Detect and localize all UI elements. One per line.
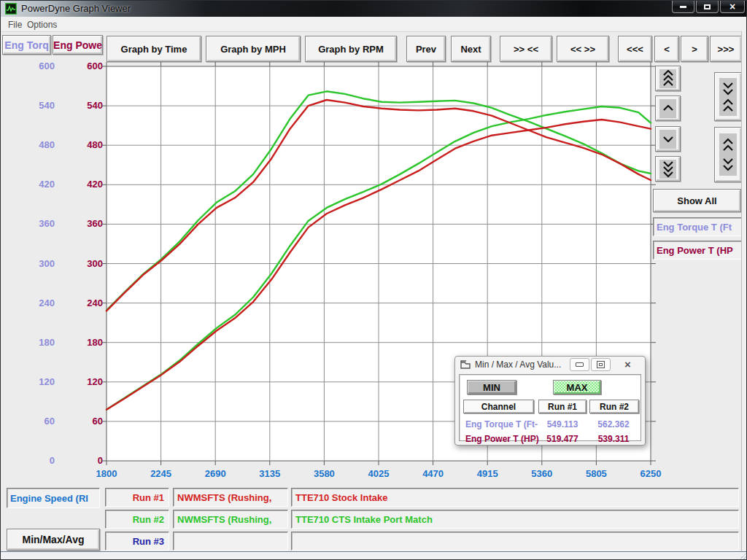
power-axis-tick-0: 0	[61, 455, 103, 467]
menu-bar: File Options	[1, 17, 747, 32]
scroll-up-button[interactable]	[655, 96, 681, 121]
maximize-icon	[704, 4, 711, 9]
chevron-down-icon	[659, 130, 676, 149]
run1-label-box: Run #1	[105, 488, 169, 507]
run1-column-header[interactable]: Run #1	[538, 400, 587, 413]
rpm-axis-tick-5805: 5805	[573, 468, 619, 480]
torque-axis-tick-0: 0	[12, 455, 55, 467]
torque-run1-max: 549.113	[538, 419, 587, 429]
power-run2-max: 539.311	[589, 434, 638, 444]
channel-column-header[interactable]: Channel	[463, 400, 534, 413]
zoom-out-vertical-button[interactable]	[714, 127, 742, 182]
minmax-close-button[interactable]: ×	[618, 358, 638, 371]
torque-axis-tick-180: 180	[12, 337, 55, 349]
zoom-out-x-button[interactable]: << >>	[557, 36, 609, 62]
run2-description-box: TTE710 CTS Intake Port Match	[291, 510, 739, 529]
minimize-button[interactable]	[672, 1, 694, 13]
rpm-axis-tick-3580: 3580	[301, 468, 347, 480]
zoom-in-x-button[interactable]: >> <<	[500, 36, 552, 62]
power-axis-tick-420: 420	[61, 179, 103, 190]
torque-axis-tick-240: 240	[12, 298, 55, 309]
graph-by-mph-button[interactable]: Graph by MPH	[206, 36, 301, 62]
power-axis-tick-300: 300	[61, 258, 103, 270]
power-channel-button[interactable]: Eng Powe	[53, 35, 103, 55]
power-axis-tick-180: 180	[61, 337, 103, 349]
window-bottom-border	[1, 551, 747, 560]
graph-by-time-button[interactable]: Graph by Time	[107, 36, 201, 62]
rpm-axis-tick-5360: 5360	[519, 468, 565, 480]
run2-file-box: NWMSFTS (Rushing,	[173, 510, 288, 529]
power-legend-box[interactable]: Eng Power T (HP	[653, 241, 746, 260]
scroll-right-fast-button[interactable]: >>>	[710, 36, 742, 62]
window-title: PowerDyne Graph Viewer	[21, 3, 131, 14]
graph-by-rpm-button[interactable]: Graph by RPM	[305, 36, 397, 62]
minmax-title-bar[interactable]: Min / Max / Avg Valu... ×	[455, 357, 645, 373]
rpm-axis-tick-4915: 4915	[464, 468, 511, 480]
torque-run2-max: 562.362	[589, 419, 638, 429]
power-axis-tick-540: 540	[61, 100, 103, 112]
run3-file-box	[173, 532, 288, 551]
power-axis-tick-240: 240	[61, 298, 103, 309]
minmax-minimize-button[interactable]	[570, 358, 589, 371]
torque-axis-tick-300: 300	[12, 258, 55, 270]
close-button[interactable]: ×	[720, 1, 745, 13]
rpm-axis-tick-6250: 6250	[627, 468, 674, 480]
chevron-up-icon	[659, 99, 676, 118]
power-axis-tick-120: 120	[61, 376, 103, 388]
show-all-button[interactable]: Show All	[653, 189, 741, 212]
rpm-axis-tick-4470: 4470	[410, 468, 457, 480]
torque-axis-tick-420: 420	[12, 179, 55, 190]
rpm-axis-tick-1800: 1800	[83, 468, 130, 480]
run1-description-box: TTE710 Stock Intake	[291, 488, 739, 507]
minmax-window[interactable]: Min / Max / Avg Valu... × MIN MAX Channe…	[454, 356, 646, 446]
torque-axis-tick-600: 600	[12, 61, 55, 72]
torque-axis-tick-120: 120	[12, 376, 55, 388]
scroll-up-fast-button[interactable]	[655, 66, 681, 91]
zoom-in-vertical-button[interactable]	[714, 72, 742, 121]
title-bar[interactable]: PowerDyne Graph Viewer ×	[1, 1, 747, 17]
run2-column-header[interactable]: Run #2	[589, 400, 639, 413]
torque-axis-tick-540: 540	[12, 100, 55, 112]
power-axis-tick-600: 600	[61, 61, 103, 72]
next-button[interactable]: Next	[451, 36, 491, 62]
close-icon: ×	[624, 360, 631, 369]
scroll-left-fast-button[interactable]: <<<	[618, 36, 652, 62]
window-right-border	[741, 31, 747, 551]
maximize-button[interactable]	[696, 1, 719, 13]
chevrons-diverge-icon	[719, 133, 737, 176]
power-axis-tick-480: 480	[61, 139, 103, 151]
resize-grip[interactable]	[738, 552, 747, 560]
minmax-body: MIN MAX Channel Run #1 Run #2 Eng Torque…	[459, 374, 641, 441]
chevrons-down-triple-icon	[659, 160, 676, 179]
power-axis-tick-360: 360	[61, 218, 103, 230]
x-channel-box[interactable]: Engine Speed (RI	[7, 488, 100, 508]
close-icon: ×	[729, 3, 735, 10]
power-run1-max: 519.477	[538, 434, 587, 444]
minimize-icon	[576, 362, 584, 367]
scroll-down-fast-button[interactable]	[655, 156, 681, 182]
power-axis-tick-60: 60	[61, 416, 103, 427]
max-toggle-button[interactable]: MAX	[553, 380, 601, 394]
menu-options[interactable]: Options	[23, 18, 61, 31]
run3-label-box: Run #3	[105, 532, 169, 551]
torque-legend-box[interactable]: Eng Torque T (Ft	[653, 217, 746, 236]
scroll-right-button[interactable]: >	[681, 36, 708, 62]
run1-file-box: NWMSFTS (Rushing,	[173, 488, 288, 507]
chevrons-converge-icon	[719, 78, 737, 116]
rpm-axis-tick-2690: 2690	[192, 468, 239, 480]
torque-axis-tick-360: 360	[12, 218, 55, 230]
prev-button[interactable]: Prev	[406, 36, 446, 62]
min-toggle-button[interactable]: MIN	[467, 380, 516, 394]
min-max-avg-button[interactable]: Min/Max/Avg	[7, 529, 100, 551]
torque-channel-button[interactable]: Eng Torq	[2, 35, 51, 55]
scroll-down-button[interactable]	[655, 126, 681, 152]
torque-axis-tick-60: 60	[12, 416, 55, 427]
rpm-axis-tick-3135: 3135	[247, 468, 293, 480]
scroll-left-button[interactable]: <	[654, 36, 679, 62]
app-icon	[5, 3, 17, 15]
chevrons-up-triple-icon	[659, 69, 676, 88]
minimize-icon	[680, 6, 686, 8]
minmax-restore-button[interactable]	[591, 358, 611, 371]
powerdyne-window: PowerDyne Graph Viewer × File Options En…	[0, 0, 747, 560]
torque-axis-tick-480: 480	[12, 139, 55, 151]
